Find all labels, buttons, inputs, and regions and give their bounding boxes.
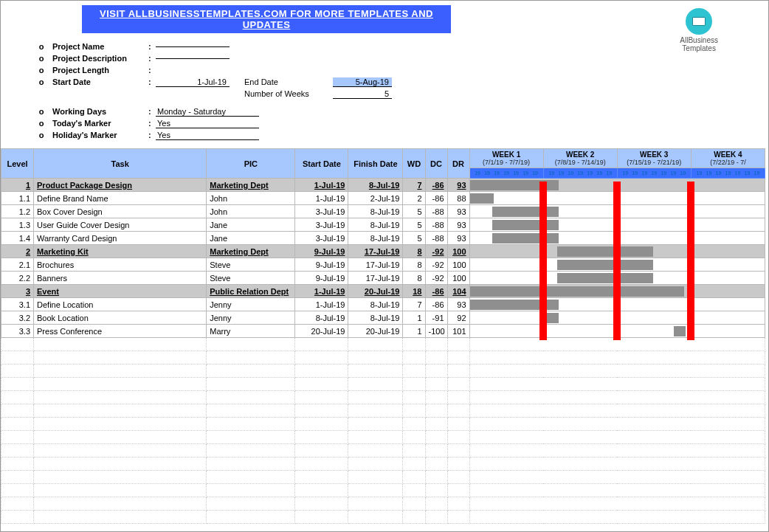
cell-dc: -86 [425, 285, 447, 298]
value-end-date[interactable]: 5-Aug-19 [333, 77, 392, 87]
value-holidays-marker[interactable]: Yes [156, 131, 259, 140]
cell-dc: -100 [425, 325, 447, 338]
cell-start: 1-Jul-19 [295, 179, 348, 192]
gantt-bar [492, 220, 559, 230]
task-row[interactable]: 2.2BannersSteve9-Jul-1917-Jul-198-92100 [1, 272, 765, 285]
label-project-length: Project Length [52, 66, 148, 75]
empty-row[interactable] [1, 484, 765, 497]
empty-row[interactable] [1, 351, 765, 365]
cell-dc: -92 [425, 272, 447, 285]
cell-start: 3-Jul-19 [295, 232, 348, 245]
cell-start: 9-Jul-19 [295, 258, 348, 272]
cell-pic: Jane [207, 232, 295, 245]
header-dc: DC [425, 149, 447, 179]
cell-pic: John [207, 205, 295, 218]
label-project-name: Project Name [52, 42, 148, 51]
cell-dc: -86 [425, 298, 447, 311]
cell-finish: 20-Jul-19 [348, 285, 403, 298]
cell-level: 3.2 [1, 311, 34, 325]
header-week-1: WEEK 1(7/1/19 - 7/7/19) [469, 149, 543, 168]
empty-row[interactable] [1, 378, 765, 391]
cell-dc: -92 [425, 258, 447, 272]
header-task: Task [34, 149, 207, 179]
empty-row[interactable] [1, 457, 765, 471]
gantt-bar [557, 246, 653, 257]
task-row[interactable]: 2.1BrochuresSteve9-Jul-1917-Jul-198-9210… [1, 258, 765, 272]
cell-wd: 5 [403, 218, 425, 232]
cell-task: Define Brand Name [34, 192, 207, 205]
value-project-description[interactable] [156, 58, 230, 59]
cell-dc: -88 [425, 232, 447, 245]
label-todays-marker: Today's Marker [52, 119, 148, 128]
section-row[interactable]: 1Product Package DesignMarketing Dept1-J… [1, 179, 765, 192]
value-start-date[interactable]: 1-Jul-19 [156, 77, 230, 87]
label-holidays-marker: Holiday's Marker [52, 131, 148, 139]
empty-row[interactable] [1, 444, 765, 457]
task-row[interactable]: 3.1Define LocationJenny1-Jul-198-Jul-197… [1, 298, 765, 311]
empty-row[interactable] [1, 391, 765, 404]
value-todays-marker[interactable]: Yes [156, 119, 259, 128]
task-row[interactable]: 1.3User Guide Cover DesignJane3-Jul-198-… [1, 218, 765, 232]
cell-task: Marketing Kit [34, 245, 207, 258]
cell-level: 3 [1, 285, 34, 298]
task-row[interactable]: 1.1Define Brand NameJohn1-Jul-192-Jul-19… [1, 192, 765, 205]
section-row[interactable]: 3EventPublic Relation Dept1-Jul-1920-Jul… [1, 285, 765, 298]
cell-finish: 8-Jul-19 [348, 311, 403, 325]
header-week-3: WEEK 3(7/15/19 - 7/21/19) [617, 149, 691, 168]
cell-wd: 18 [403, 285, 425, 298]
task-row[interactable]: 3.3Press ConferenceMarry20-Jul-1920-Jul-… [1, 325, 765, 338]
cell-wd: 2 [403, 192, 425, 205]
value-project-name[interactable] [156, 46, 230, 47]
cell-pic: Steve [207, 272, 295, 285]
cell-level: 3.1 [1, 298, 34, 311]
cell-wd: 1 [403, 311, 425, 325]
value-num-weeks[interactable]: 5 [333, 89, 392, 99]
cell-dr: 93 [447, 298, 469, 311]
cell-task: User Guide Cover Design [34, 218, 207, 232]
empty-row[interactable] [1, 418, 765, 431]
section-row[interactable]: 2Marketing KitMarketing Dept9-Jul-1917-J… [1, 245, 765, 258]
empty-row[interactable] [1, 365, 765, 378]
empty-row[interactable] [1, 471, 765, 484]
cell-wd: 8 [403, 245, 425, 258]
cell-finish: 20-Jul-19 [348, 325, 403, 338]
cell-dr: 88 [447, 192, 469, 205]
cell-pic: Jenny [207, 298, 295, 311]
cell-pic: Steve [207, 258, 295, 272]
cell-finish: 2-Jul-19 [348, 192, 403, 205]
cell-pic: Marry [207, 325, 295, 338]
empty-row[interactable] [1, 431, 765, 444]
value-working-days[interactable]: Monday - Saturday [156, 107, 259, 117]
top-banner-link[interactable]: VISIT ALLBUSINESSTEMPLATES.COM FOR MORE … [82, 5, 451, 33]
gantt-table: Level Task PIC Start Date Finish Date WD… [1, 148, 765, 524]
cell-task: Define Location [34, 298, 207, 311]
cell-level: 2 [1, 245, 34, 258]
empty-row[interactable] [1, 404, 765, 418]
cell-start: 9-Jul-19 [295, 245, 348, 258]
cell-finish: 17-Jul-19 [348, 245, 403, 258]
cell-dr: 93 [447, 218, 469, 232]
cell-wd: 7 [403, 298, 425, 311]
empty-row[interactable] [1, 338, 765, 351]
cell-wd: 8 [403, 258, 425, 272]
gantt-bar [470, 286, 684, 297]
header-week-4: WEEK 4(7/22/19 - 7/ [691, 149, 765, 168]
empty-row[interactable] [1, 497, 765, 511]
today-marker-3 [687, 182, 694, 340]
cell-dc: -91 [425, 311, 447, 325]
cell-level: 1.2 [1, 205, 34, 218]
cell-dc: -86 [425, 192, 447, 205]
cell-task: Press Conference [34, 325, 207, 338]
cell-level: 3.3 [1, 325, 34, 338]
today-marker-1 [539, 182, 547, 340]
task-row[interactable]: 3.2Book LocationJenny8-Jul-198-Jul-191-9… [1, 311, 765, 325]
cell-level: 1 [1, 179, 34, 192]
label-end-date: End Date [244, 77, 333, 86]
cell-dr: 100 [447, 258, 469, 272]
empty-row[interactable] [1, 511, 765, 524]
cell-dc: -92 [425, 245, 447, 258]
cell-start: 1-Jul-19 [295, 298, 348, 311]
cell-pic: Jane [207, 218, 295, 232]
task-row[interactable]: 1.2Box Cover DesignJohn3-Jul-198-Jul-195… [1, 205, 765, 218]
task-row[interactable]: 1.4Warranty Card DesignJane3-Jul-198-Jul… [1, 232, 765, 245]
